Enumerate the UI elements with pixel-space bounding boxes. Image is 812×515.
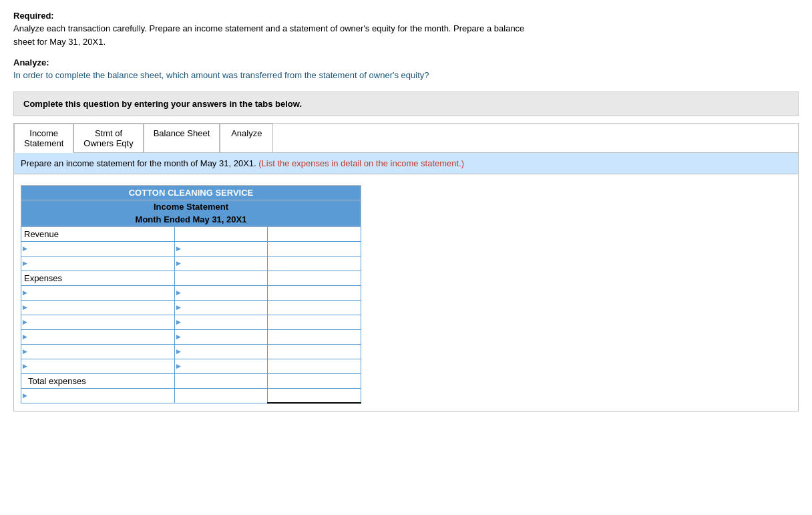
expense-num1-4[interactable] xyxy=(178,332,265,342)
tab-balance-sheet[interactable]: Balance Sheet xyxy=(144,124,220,152)
tab-analyze[interactable]: Analyze xyxy=(220,124,273,152)
revenue-input-num1-1[interactable] xyxy=(174,241,268,256)
revenue-input-1[interactable] xyxy=(24,244,172,254)
tab-balance-line1: Balance Sheet xyxy=(154,128,210,138)
income-period-text: Month Ended May 31, 20X1 xyxy=(136,214,247,224)
revenue-col1 xyxy=(174,226,268,241)
expense-num1-5[interactable] xyxy=(178,347,265,357)
tab-stmt-line1: Stmt of xyxy=(95,128,122,138)
company-name-header: COTTON CLEANING SERVICE xyxy=(21,185,361,200)
expenses-row: Expenses xyxy=(21,271,361,285)
revenue-label: Revenue xyxy=(24,229,59,239)
income-statement-period: Month Ended May 31, 20X1 xyxy=(21,213,361,226)
revenue-num2-1[interactable] xyxy=(270,244,358,254)
analyze-section: Analyze: In order to complete the balanc… xyxy=(13,57,799,82)
revenue-input-label-2[interactable] xyxy=(21,256,175,271)
required-label: Required: xyxy=(13,11,799,21)
tab-instruction-text: Prepare an income statement for the mont… xyxy=(21,158,256,168)
revenue-num2-2[interactable] xyxy=(270,259,358,269)
expense-num1-3[interactable] xyxy=(178,317,265,327)
income-table: Revenue xyxy=(21,226,361,404)
total-expenses-col2[interactable] xyxy=(268,373,361,388)
instruction-box: Complete this question by entering your … xyxy=(13,92,799,116)
required-text: Analyze each transaction carefully. Prep… xyxy=(13,22,799,48)
required-text-2: sheet for May 31, 20X1. xyxy=(13,37,106,47)
tab-panel-instruction: Prepare an income statement for the mont… xyxy=(14,153,798,174)
total-expenses-label: Total expenses xyxy=(28,376,86,386)
tab-income-statement[interactable]: Income Statement xyxy=(14,124,73,153)
analyze-text: In order to complete the balance sheet, … xyxy=(13,69,799,82)
total-expenses-row: Total expenses xyxy=(21,373,361,388)
tab-stmt-line2: Owners Eqty xyxy=(83,138,133,148)
expenses-label-cell: Expenses xyxy=(21,271,175,285)
income-statement-section: COTTON CLEANING SERVICE Income Statement… xyxy=(14,174,798,411)
table-row xyxy=(21,285,361,300)
expense-num2-5[interactable] xyxy=(270,347,358,357)
net-income-num2[interactable] xyxy=(270,390,358,400)
net-income-num1[interactable] xyxy=(178,391,265,401)
expense-num1-2[interactable] xyxy=(178,303,265,313)
expense-num2-2[interactable] xyxy=(270,303,358,313)
expense-input-label-4[interactable] xyxy=(24,332,172,342)
expense-num2-3[interactable] xyxy=(270,317,358,327)
table-row xyxy=(21,300,361,315)
expense-num2-1[interactable] xyxy=(270,288,358,298)
instruction-text: Complete this question by entering your … xyxy=(23,99,302,109)
required-section: Required: Analyze each transaction caref… xyxy=(13,11,799,48)
expense-input-label-1[interactable] xyxy=(24,288,172,298)
tab-income-line2: Statement xyxy=(24,138,63,148)
tab-stmt-owners-eqty[interactable]: Stmt of Owners Eqty xyxy=(73,124,143,152)
revenue-col2 xyxy=(268,226,361,241)
required-text-1: Analyze each transaction carefully. Prep… xyxy=(13,23,524,33)
expenses-col1 xyxy=(174,271,268,285)
company-name: COTTON CLEANING SERVICE xyxy=(129,188,254,198)
tabs-container: Income Statement Stmt of Owners Eqty Bal… xyxy=(13,123,799,411)
total-expenses-num2[interactable] xyxy=(270,376,358,386)
tab-analyze-line1: Analyze xyxy=(231,128,262,138)
tab-income-line1: Income xyxy=(29,128,58,138)
total-expenses-num1[interactable] xyxy=(178,376,265,386)
revenue-num1-1[interactable] xyxy=(178,244,265,254)
net-income-row xyxy=(21,388,361,403)
expense-num1-1[interactable] xyxy=(178,288,265,298)
expenses-col2 xyxy=(268,271,361,285)
total-expenses-label-cell: Total expenses xyxy=(21,373,175,388)
revenue-input-label-1[interactable] xyxy=(21,241,175,256)
table-row xyxy=(21,329,361,344)
expense-num1-6[interactable] xyxy=(178,361,265,371)
expense-input-label-3[interactable] xyxy=(24,317,172,327)
net-income-col2[interactable] xyxy=(268,388,361,403)
analyze-label: Analyze: xyxy=(13,57,799,67)
table-row xyxy=(21,359,361,373)
revenue-input-2[interactable] xyxy=(24,259,172,269)
table-row xyxy=(21,344,361,359)
revenue-input-num2-1[interactable] xyxy=(268,241,361,256)
income-table-wrapper: COTTON CLEANING SERVICE Income Statement… xyxy=(21,185,361,404)
income-title-text: Income Statement xyxy=(154,202,228,212)
revenue-row: Revenue xyxy=(21,226,361,241)
table-row xyxy=(21,256,361,271)
table-row xyxy=(21,315,361,329)
tabs-row: Income Statement Stmt of Owners Eqty Bal… xyxy=(14,124,798,153)
expenses-label: Expenses xyxy=(24,273,62,283)
tab-instruction-note: (List the expenses in detail on the inco… xyxy=(256,158,464,168)
table-row xyxy=(21,241,361,256)
revenue-input-num2-2[interactable] xyxy=(268,256,361,271)
expense-input-label-5[interactable] xyxy=(24,347,172,357)
total-expenses-col1[interactable] xyxy=(174,373,268,388)
revenue-num1-2[interactable] xyxy=(178,259,265,269)
expense-input-label-2[interactable] xyxy=(24,303,172,313)
expense-input-label-6[interactable] xyxy=(24,361,172,371)
revenue-label-cell: Revenue xyxy=(21,226,175,241)
expense-num2-4[interactable] xyxy=(270,332,358,342)
expense-num2-6[interactable] xyxy=(270,361,358,371)
net-income-label[interactable] xyxy=(24,391,172,401)
income-statement-title: Income Statement xyxy=(21,200,361,213)
revenue-input-num1-2[interactable] xyxy=(174,256,268,271)
net-income-col1[interactable] xyxy=(174,388,268,403)
